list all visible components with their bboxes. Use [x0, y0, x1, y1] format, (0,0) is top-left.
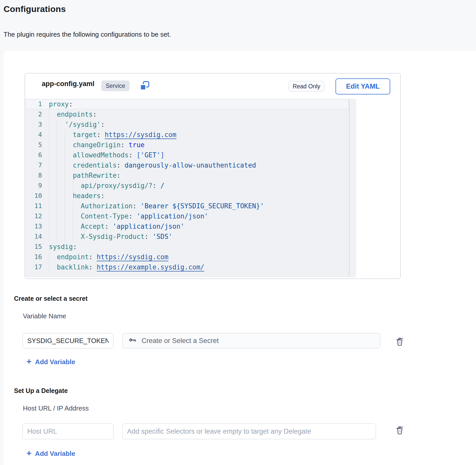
indent-guide: [49, 140, 49, 150]
indent-guide: [65, 140, 65, 150]
indent-guide: [57, 201, 57, 211]
indent-guide: [57, 231, 57, 242]
line-number: 11: [25, 201, 42, 211]
code-line: 14 X-Sysdig-Product: 'SDS': [25, 231, 356, 242]
key-icon: [129, 336, 137, 346]
secret-selector[interactable]: Create or Select a Secret: [122, 333, 380, 348]
indent-guide: [65, 191, 65, 201]
delegate-selector-input[interactable]: [122, 423, 376, 439]
indent-guide: [65, 150, 65, 160]
indent-guide: [49, 181, 49, 191]
yaml-card: app-config.yaml Service Read Only Edit Y…: [25, 73, 401, 279]
delete-delegate-row-button[interactable]: [394, 424, 406, 436]
indent-guide: [57, 119, 57, 130]
indent-guide: [73, 211, 73, 221]
line-number: 3: [25, 119, 42, 130]
add-variable-link[interactable]: + Add Variable: [26, 449, 75, 458]
secret-section-heading: Create or select a secret: [14, 295, 88, 302]
line-number: 16: [25, 252, 42, 262]
code-line: 10 headers:: [25, 191, 356, 201]
indent-guide: [49, 191, 49, 201]
code-line: 5 changeOrigin: true: [25, 140, 356, 150]
indent-guide: [57, 181, 57, 191]
indent-guide: [73, 181, 73, 191]
code-line: 15sysdig:: [25, 242, 356, 252]
page-title: Configurations: [4, 4, 66, 14]
indent-guide: [49, 130, 49, 140]
plus-icon: +: [26, 449, 32, 457]
indent-guide: [49, 201, 49, 211]
add-variable-label: Add Variable: [35, 358, 75, 366]
indent-guide: [57, 150, 57, 160]
code-line: 4 target: https://sysdig.com: [25, 130, 356, 140]
indent-guide: [65, 160, 65, 170]
yaml-editor[interactable]: 1proxy:2 endpoints:3 '/sysdig':4 target:…: [25, 99, 356, 277]
code-line: 17 backlink: https://example.sysdig.com/: [25, 262, 356, 272]
line-number: 6: [25, 150, 42, 160]
variable-name-input[interactable]: [22, 333, 114, 348]
indent-guide: [57, 191, 57, 201]
line-number: 4: [25, 130, 42, 140]
read-only-button[interactable]: Read Only: [289, 81, 324, 92]
indent-guide: [65, 201, 65, 211]
line-number: 1: [25, 99, 42, 109]
code-lines: 1proxy:2 endpoints:3 '/sysdig':4 target:…: [25, 99, 356, 272]
indent-guide: [57, 140, 57, 150]
code-line: 1proxy:: [25, 99, 349, 109]
variable-name-label: Variable Name: [23, 312, 66, 320]
code-line: 11 Authorization: 'Bearer ${SYSDIG_SECUR…: [25, 201, 356, 211]
copy-button[interactable]: [139, 80, 150, 91]
indent-guide: [65, 181, 65, 191]
indent-guide: [65, 231, 65, 242]
page-subtitle: The plugin requires the following config…: [4, 31, 171, 38]
code-line: 3 '/sysdig':: [25, 119, 356, 130]
copy-icon: [139, 88, 150, 92]
host-url-input[interactable]: [22, 423, 114, 439]
indent-guide: [49, 160, 49, 170]
indent-guide: [65, 130, 65, 140]
indent-guide: [57, 211, 57, 221]
indent-guide: [49, 231, 49, 242]
indent-guide: [57, 160, 57, 170]
indent-guide: [49, 211, 49, 221]
plus-icon: +: [26, 357, 32, 366]
code-line: 2 endpoints:: [25, 109, 356, 119]
code-line: 13 Accept: 'application/json': [25, 221, 356, 231]
indent-guide: [65, 170, 65, 181]
add-variable-link[interactable]: + Add Variable: [26, 358, 75, 366]
indent-guide: [57, 170, 57, 181]
indent-guide: [49, 109, 49, 119]
code-line: 12 Content-Type: 'application/json': [25, 211, 356, 221]
line-number: 10: [25, 191, 42, 201]
delete-secret-row-button[interactable]: [394, 336, 406, 348]
indent-guide: [73, 201, 73, 211]
indent-guide: [73, 221, 73, 231]
line-number: 7: [25, 160, 42, 170]
line-number: 15: [25, 242, 42, 252]
indent-guide: [57, 221, 57, 231]
indent-guide: [65, 211, 65, 221]
line-number: 14: [25, 231, 42, 242]
line-number: 12: [25, 211, 42, 221]
code-line: 8 pathRewrite:: [25, 170, 356, 181]
indent-guide: [49, 262, 49, 272]
code-line: 6 allowedMethods: ['GET']: [25, 150, 356, 160]
code-line: 16 endpoint: https://sysdig.com: [25, 252, 356, 262]
trash-icon: [394, 344, 405, 348]
edit-yaml-button[interactable]: Edit YAML: [335, 78, 390, 94]
line-number: 8: [25, 170, 42, 181]
code-line: 7 credentials: dangerously-allow-unauthe…: [25, 160, 356, 170]
line-number: 17: [25, 262, 42, 272]
indent-guide: [49, 119, 49, 130]
line-number: 9: [25, 181, 42, 191]
indent-guide: [49, 221, 49, 231]
trash-icon: [394, 432, 405, 436]
secret-selector-placeholder: Create or Select a Secret: [142, 337, 219, 345]
code-line: 9 api/proxy/sysdig/?: /: [25, 181, 356, 191]
line-number: 13: [25, 221, 42, 231]
delegate-section-heading: Set Up a Delegate: [14, 387, 68, 394]
indent-guide: [49, 170, 49, 181]
indent-guide: [49, 252, 49, 262]
host-url-label: Host URL / IP Address: [23, 404, 89, 412]
service-badge: Service: [101, 80, 130, 91]
